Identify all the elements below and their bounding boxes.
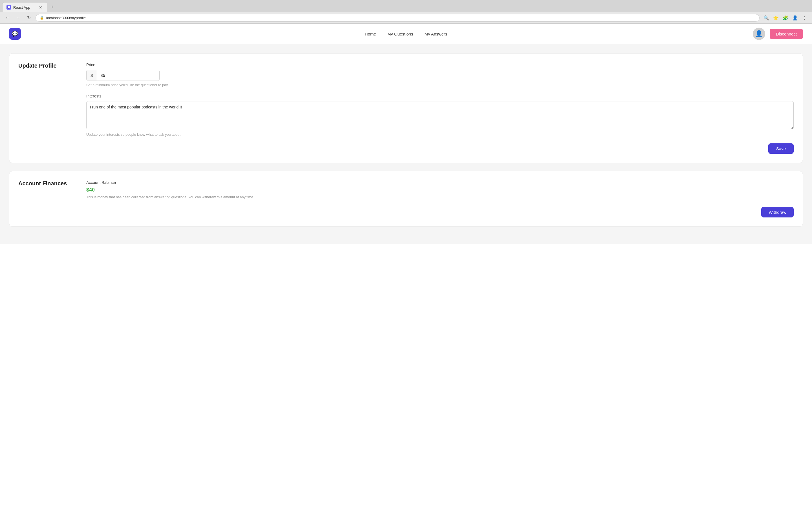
save-button[interactable]: Save bbox=[768, 144, 794, 154]
lock-icon: 🔒 bbox=[40, 16, 44, 20]
account-finances-right: Account Balance $40 This is money that h… bbox=[77, 171, 803, 226]
page: 💬 Home My Questions My Answers 👤 Disconn… bbox=[0, 24, 812, 507]
refresh-button[interactable]: ↻ bbox=[25, 14, 33, 22]
forward-button[interactable]: → bbox=[14, 14, 22, 22]
disconnect-button[interactable]: Disconnect bbox=[770, 29, 803, 39]
tab-title: React App bbox=[13, 5, 30, 10]
main-content: Update Profile Price $ Set a minimum pri… bbox=[0, 44, 812, 244]
withdraw-button[interactable]: Withdraw bbox=[761, 207, 794, 217]
interests-field-group: Interests I run one of the most popular … bbox=[86, 94, 794, 136]
nav-links: Home My Questions My Answers bbox=[365, 32, 448, 36]
back-button[interactable]: ← bbox=[3, 14, 11, 22]
account-balance-label: Account Balance bbox=[86, 180, 794, 185]
url-text: localhost:3000/myprofile bbox=[46, 16, 86, 20]
new-tab-button[interactable]: + bbox=[49, 3, 56, 11]
interests-hint: Update your interests so people know wha… bbox=[86, 133, 794, 136]
menu-icon-btn[interactable]: ⋮ bbox=[801, 14, 809, 22]
account-finances-title: Account Finances bbox=[18, 180, 68, 187]
avatar: 👤 bbox=[753, 27, 765, 40]
account-finances-left: Account Finances bbox=[9, 171, 77, 226]
browser-toolbar: 🔍 ⭐ 🧩 👤 ⋮ bbox=[762, 14, 809, 22]
bookmark-icon-btn[interactable]: ⭐ bbox=[772, 14, 780, 22]
avatar-icon: 👤 bbox=[755, 30, 763, 38]
browser-chrome: 💬 React App ✕ + ← → ↻ 🔒 localhost:3000/m… bbox=[0, 0, 812, 24]
update-profile-title: Update Profile bbox=[18, 62, 68, 69]
address-bar: ← → ↻ 🔒 localhost:3000/myprofile 🔍 ⭐ 🧩 👤… bbox=[0, 12, 812, 23]
search-icon-btn[interactable]: 🔍 bbox=[762, 14, 770, 22]
price-prefix: $ bbox=[87, 70, 97, 80]
nav-link-my-answers[interactable]: My Answers bbox=[424, 32, 447, 36]
update-profile-left: Update Profile bbox=[9, 54, 77, 163]
tab-bar: 💬 React App ✕ + bbox=[0, 0, 812, 12]
profile-icon-btn[interactable]: 👤 bbox=[791, 14, 799, 22]
account-balance-hint: This is money that has been collected fr… bbox=[86, 195, 794, 199]
url-bar[interactable]: 🔒 localhost:3000/myprofile bbox=[36, 14, 760, 22]
logo-icon: 💬 bbox=[12, 31, 18, 37]
active-tab: 💬 React App ✕ bbox=[2, 2, 47, 12]
price-label: Price bbox=[86, 62, 794, 67]
interests-label: Interests bbox=[86, 94, 794, 98]
logo: 💬 bbox=[9, 28, 21, 40]
interests-textarea[interactable]: I run one of the most popular podcasts i… bbox=[86, 101, 794, 129]
price-field-group: Price $ Set a minimum price you'd like t… bbox=[86, 62, 794, 87]
price-input-wrapper: $ bbox=[86, 70, 160, 81]
update-profile-card: Update Profile Price $ Set a minimum pri… bbox=[9, 53, 803, 163]
tab-favicon: 💬 bbox=[6, 5, 11, 10]
tab-close-button[interactable]: ✕ bbox=[38, 5, 43, 10]
price-input[interactable] bbox=[97, 70, 159, 80]
nav-link-my-questions[interactable]: My Questions bbox=[388, 32, 413, 36]
account-balance-amount: $40 bbox=[86, 187, 794, 193]
price-hint: Set a minimum price you'd like the quest… bbox=[86, 83, 794, 87]
nav-right: 👤 Disconnect bbox=[753, 27, 803, 40]
account-finances-card: Account Finances Account Balance $40 Thi… bbox=[9, 171, 803, 227]
top-nav: 💬 Home My Questions My Answers 👤 Disconn… bbox=[0, 24, 812, 44]
update-profile-right: Price $ Set a minimum price you'd like t… bbox=[77, 54, 803, 163]
nav-link-home[interactable]: Home bbox=[365, 32, 376, 36]
extensions-icon-btn[interactable]: 🧩 bbox=[781, 14, 790, 22]
